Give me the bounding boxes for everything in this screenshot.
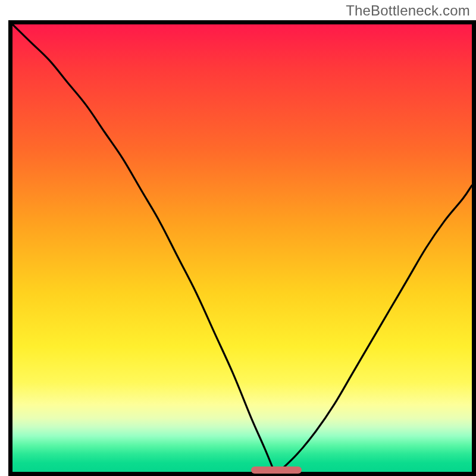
curve-svg <box>12 24 472 472</box>
stage: TheBottleneck.com <box>0 0 476 476</box>
curve-left-branch <box>12 24 274 472</box>
curve-right-branch <box>279 186 472 472</box>
plot-frame <box>8 20 476 476</box>
optimal-range-marker <box>251 466 302 474</box>
watermark-text: TheBottleneck.com <box>346 2 470 19</box>
plot-area <box>12 24 472 472</box>
